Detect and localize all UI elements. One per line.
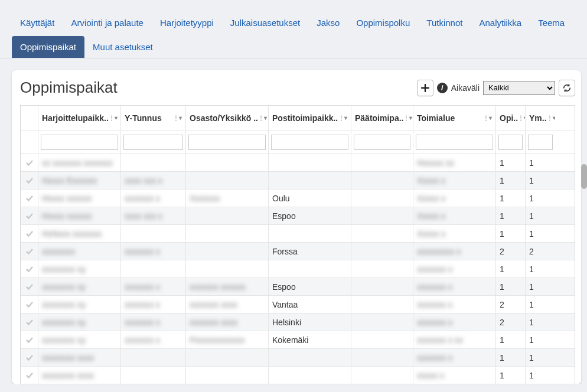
col-header-2[interactable]: Y-Tunnus⋮▾ (121, 106, 186, 130)
tab-oppimispolku[interactable]: Oppimispolku (348, 12, 418, 34)
row-check[interactable] (21, 243, 38, 260)
filter-input-8[interactable] (528, 135, 553, 150)
table-row[interactable]: Hxxxx Exxxxxxxxxx xxx xXxxxx x11 (21, 172, 575, 190)
cell-c3 (186, 243, 269, 260)
row-check[interactable] (21, 225, 38, 242)
tab-julkaisuasetukset[interactable]: Julkaisuasetukset (222, 12, 308, 34)
table-row[interactable]: xxxxxxxx xyxxxxxxx x11 (21, 260, 575, 278)
row-check[interactable] (21, 260, 38, 277)
cell-c7: 1 (496, 154, 526, 171)
row-check[interactable] (21, 331, 38, 348)
cell-c4 (269, 154, 351, 171)
cell-c6: xxxxxxxxx x (413, 243, 496, 260)
table-row[interactable]: xxxxxxxx xxxxxxxxxxx x11 (21, 349, 575, 367)
tab-teema[interactable]: Teema (530, 12, 573, 34)
table-row[interactable]: Hxxxx xxxxxxxxxx xxx xEspooXxxxx x11 (21, 207, 575, 225)
table-row[interactable]: xxxxxxxx xyxxxxxxx xxxxxxxx xxxxxxEspoox… (21, 278, 575, 296)
sort-icon[interactable]: ⋮▾ (547, 115, 555, 121)
vertical-scrollbar[interactable] (581, 164, 587, 189)
tab-tutkinnot[interactable]: Tutkinnot (418, 12, 471, 34)
cell-c3 (186, 349, 269, 366)
table-row[interactable]: xxxxxxxx xxxxxxxxx x11 (21, 367, 575, 384)
sort-icon[interactable]: ⋮▾ (258, 115, 267, 121)
table-row[interactable]: xxxxxxxxxxxxxxx xForssaxxxxxxxxx x22 (21, 243, 575, 260)
col-header-6[interactable]: Toimialue⋮▾ (413, 106, 496, 130)
cell-c1: xxxxxxxx xy (38, 260, 121, 277)
cell-c4 (269, 260, 351, 277)
cell-c2: xxxxxxx x (121, 278, 186, 295)
filter-cell-8 (526, 130, 555, 153)
tab-jakso[interactable]: Jakso (308, 12, 348, 34)
info-icon[interactable]: i (437, 83, 448, 93)
tab-harjoitetyyppi[interactable]: Harjoitetyyppi (152, 12, 222, 34)
table-row[interactable]: xxxxxxxx xyxxxxxxx xPxxxxxxxxxxxxKokemäk… (21, 331, 575, 349)
sort-icon[interactable]: ⋮▾ (109, 115, 118, 121)
sort-icon[interactable]: ⋮▾ (518, 115, 526, 121)
row-check[interactable] (21, 207, 38, 224)
interval-select[interactable]: Kaikki (483, 81, 555, 95)
cell-c1: xxxxxxxx xy (38, 296, 121, 313)
filter-input-4[interactable] (271, 135, 348, 150)
row-check[interactable] (21, 190, 38, 207)
filter-input-6[interactable] (416, 135, 493, 150)
row-check[interactable] (21, 296, 38, 313)
cell-c5 (351, 260, 413, 277)
cell-c2 (121, 349, 186, 366)
cell-c4 (269, 367, 351, 384)
filter-input-7[interactable] (498, 135, 523, 150)
filter-cell-2 (121, 130, 186, 153)
filter-input-2[interactable] (123, 135, 183, 150)
table-row[interactable]: Hxxxx xxxxxxxxxxxxx xXxxxxxxOuluXxxxx x1… (21, 190, 575, 207)
row-check[interactable] (21, 172, 38, 189)
tab-muut-asetukset[interactable]: Muut asetukset (84, 36, 161, 58)
cell-c5 (351, 349, 413, 366)
col-header-4[interactable]: Postitoimipaikk..⋮▾ (269, 106, 351, 130)
tab-analytiikka[interactable]: Analytiikka (471, 12, 530, 34)
filter-cell-6 (413, 130, 496, 153)
table-row[interactable]: xxxxxxxx xyxxxxxxx xxxxxxxx xxxxHelsinki… (21, 313, 575, 331)
panel-title: Oppimispaikat (20, 79, 118, 97)
tab-k-ytt-j-t[interactable]: Käyttäjät (12, 12, 63, 34)
col-header-8[interactable]: Ym..⋮▾ (526, 106, 555, 130)
filter-input-1[interactable] (41, 135, 118, 150)
cell-c8: 1 (526, 367, 555, 384)
col-header-0[interactable] (21, 106, 38, 130)
cell-c3: Xxxxxxx (186, 190, 269, 207)
cell-c2: xxxxxxx x (121, 190, 186, 207)
cell-c2 (121, 154, 186, 171)
cell-c4: Forssa (269, 243, 351, 260)
table-row[interactable]: xxxxxxxx xyxxxxxxx xxxxxxxx xxxxVantaaxx… (21, 296, 575, 313)
tab-arviointi-ja-palaute[interactable]: Arviointi ja palaute (63, 12, 152, 34)
cell-c4 (269, 349, 351, 366)
col-header-1[interactable]: Harjoittelupaikk..⋮▾ (38, 106, 121, 130)
cell-c5 (351, 225, 413, 242)
sort-icon[interactable]: ⋮▾ (403, 115, 412, 121)
row-check[interactable] (21, 367, 38, 384)
table-row[interactable]: xx xxxxxxx xxxxxxxHxxxxx xx11 (21, 154, 575, 172)
cell-c8: 1 (526, 313, 555, 331)
refresh-button[interactable] (559, 80, 575, 96)
row-check[interactable] (21, 278, 38, 295)
cell-c6: xxxxx x (413, 367, 496, 384)
cell-c8: 1 (526, 349, 555, 366)
col-header-3[interactable]: Osasto/Yksikkö ..⋮▾ (186, 106, 269, 130)
filter-cell-1 (38, 130, 121, 153)
sort-icon[interactable]: ⋮▾ (338, 115, 347, 121)
add-button[interactable] (417, 80, 433, 96)
table-row[interactable]: HxNxxx xxxxxxxXxxxx x11 (21, 225, 575, 243)
row-check[interactable] (21, 349, 38, 366)
cell-c1: Hxxxx Exxxxxx (38, 172, 121, 189)
filter-input-5[interactable] (354, 135, 410, 150)
row-check[interactable] (21, 313, 38, 331)
sort-icon[interactable]: ⋮▾ (483, 115, 492, 121)
filter-input-3[interactable] (188, 135, 266, 150)
cell-c8: 1 (526, 260, 555, 277)
tab-oppimispaikat[interactable]: Oppimispaikat (12, 36, 84, 58)
col-header-7[interactable]: Opi..⋮▾ (496, 106, 526, 130)
row-check[interactable] (21, 154, 38, 171)
cell-c5 (351, 207, 413, 224)
filter-cell-5 (351, 130, 413, 153)
col-header-5[interactable]: Päätoimipa..⋮▾ (351, 106, 413, 130)
cell-c3 (186, 225, 269, 242)
sort-icon[interactable]: ⋮▾ (173, 115, 182, 121)
